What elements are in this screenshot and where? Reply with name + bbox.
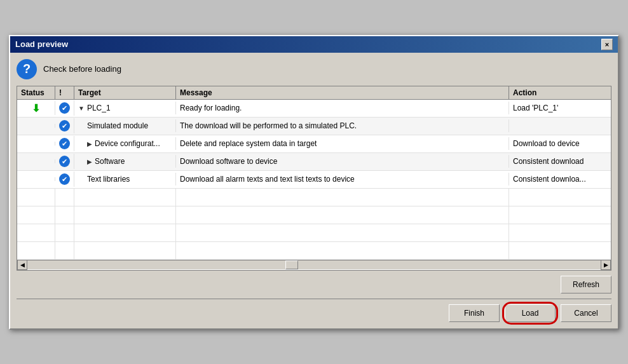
target-cell-2: ▶ Device configurat... xyxy=(74,137,176,150)
action-cell-4: Consistent downloa... xyxy=(509,173,611,185)
finish-button[interactable]: Finish xyxy=(449,304,500,322)
excl-cell-3: ✔ xyxy=(55,154,74,169)
expand-arrow: ▼ xyxy=(78,105,85,112)
preview-table: Status ! Target Message Action ⬇ ✔ ▼ xyxy=(17,86,611,271)
status-cell-0: ⬇ xyxy=(17,101,55,115)
horizontal-scrollbar[interactable]: ◀ ▶ xyxy=(17,260,611,270)
separator xyxy=(17,299,611,299)
excl-cell-4: ✔ xyxy=(55,172,74,187)
button-row: Finish Load Cancel xyxy=(17,304,611,322)
refresh-button[interactable]: Refresh xyxy=(561,276,611,293)
message-cell-1: The download will be performed to a simu… xyxy=(176,119,509,132)
empty-row xyxy=(17,189,611,206)
load-preview-dialog: Load preview × ? Check before loading St… xyxy=(9,35,619,330)
action-cell-2: Download to device xyxy=(509,137,611,150)
message-cell-2: Delete and replace system data in target xyxy=(176,137,509,150)
col-status: Status xyxy=(17,86,55,99)
empty-row xyxy=(17,206,611,224)
scroll-track[interactable] xyxy=(27,260,601,270)
expand-arrow: ▶ xyxy=(87,140,92,147)
download-arrow-icon: ⬇ xyxy=(31,103,41,113)
excl-cell-0: ✔ xyxy=(55,100,74,116)
expand-arrow: ▶ xyxy=(87,158,92,165)
target-cell-4: Text libraries xyxy=(74,173,176,185)
target-label: PLC_1 xyxy=(87,104,111,112)
check-icon: ✔ xyxy=(59,156,70,167)
status-cell-2 xyxy=(17,142,55,145)
status-cell-1 xyxy=(17,124,55,128)
table-row: ✔ ▶ Device configurat... Delete and repl… xyxy=(17,135,611,153)
empty-row xyxy=(17,242,611,260)
target-label: Software xyxy=(95,157,125,166)
scroll-thumb[interactable] xyxy=(285,260,298,269)
load-button[interactable]: Load xyxy=(505,304,556,322)
bottom-section: Refresh Finish Load Cancel xyxy=(17,276,611,322)
header-row: ? Check before loading xyxy=(17,59,611,79)
table-row: ✔ Simulated module The download will be … xyxy=(17,118,611,135)
refresh-row: Refresh xyxy=(17,276,611,293)
target-label: Text libraries xyxy=(87,175,130,184)
col-action: Action xyxy=(509,86,611,99)
target-cell-1: Simulated module xyxy=(74,119,176,132)
check-icon: ✔ xyxy=(59,138,70,149)
col-excl: ! xyxy=(55,86,74,99)
load-button-wrapper: Load xyxy=(505,304,556,322)
status-cell-3 xyxy=(17,159,55,163)
table-row: ✔ ▶ Software Download software to device… xyxy=(17,153,611,171)
close-button[interactable]: × xyxy=(601,39,613,50)
table-header: Status ! Target Message Action xyxy=(17,86,611,100)
cancel-button[interactable]: Cancel xyxy=(561,304,611,322)
message-cell-4: Download all alarm texts and text list t… xyxy=(176,173,509,185)
target-cell-3: ▶ Software xyxy=(74,155,176,168)
table-body: ⬇ ✔ ▼ PLC_1 Ready for loading. Load 'PLC… xyxy=(17,100,611,260)
excl-cell-1: ✔ xyxy=(55,118,74,133)
title-bar: Load preview × xyxy=(10,36,618,53)
dialog-body: ? Check before loading Status ! Target M… xyxy=(10,53,618,328)
scroll-left-button[interactable]: ◀ xyxy=(17,260,27,270)
check-icon: ✔ xyxy=(59,120,70,131)
col-message: Message xyxy=(176,86,509,99)
scroll-right-button[interactable]: ▶ xyxy=(601,260,611,270)
check-icon: ✔ xyxy=(59,102,70,114)
target-label: Simulated module xyxy=(87,121,148,130)
target-cell-0: ▼ PLC_1 xyxy=(74,102,176,114)
dialog-title: Load preview xyxy=(15,39,68,49)
excl-cell-2: ✔ xyxy=(55,136,74,151)
action-cell-0: Load 'PLC_1' xyxy=(509,102,611,114)
message-cell-0: Ready for loading. xyxy=(176,102,509,114)
target-label: Device configurat... xyxy=(95,139,160,148)
status-cell-4 xyxy=(17,177,55,181)
action-cell-3: Consistent download xyxy=(509,155,611,168)
action-cell-1 xyxy=(509,124,611,128)
check-icon: ✔ xyxy=(59,173,70,185)
table-row: ✔ Text libraries Download all alarm text… xyxy=(17,171,611,189)
empty-row xyxy=(17,224,611,242)
col-target: Target xyxy=(74,86,176,99)
question-icon: ? xyxy=(17,59,37,79)
header-message: Check before loading xyxy=(43,64,121,74)
message-cell-3: Download software to device xyxy=(176,155,509,168)
table-row: ⬇ ✔ ▼ PLC_1 Ready for loading. Load 'PLC… xyxy=(17,100,611,118)
